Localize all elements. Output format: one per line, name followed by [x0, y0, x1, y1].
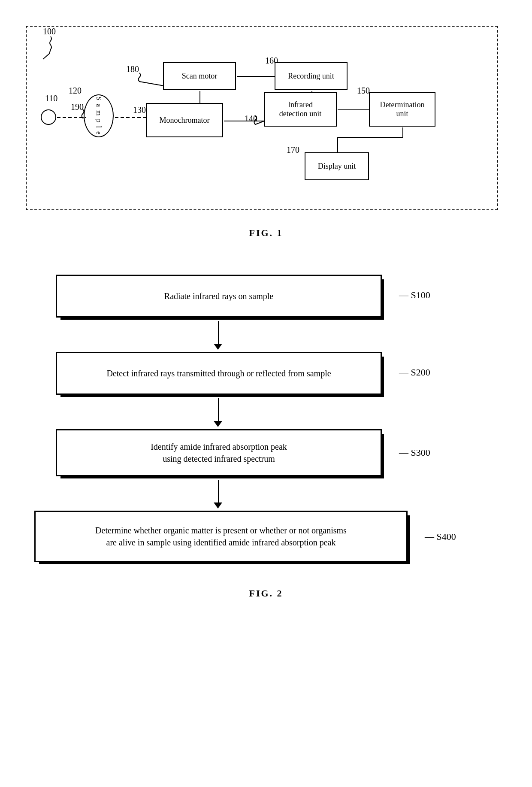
fig2-caption: FIG. 2 [0, 588, 532, 599]
ir-detection-box: Infrared detection unit [264, 92, 337, 127]
recording-unit-label: Recording unit [288, 72, 334, 81]
ir-detection-label: Infrared detection unit [279, 100, 321, 118]
scan-motor-label: Scan motor [182, 72, 218, 81]
step1-text: Radiate infrared rays on sample [164, 290, 273, 302]
step1-box: Radiate infrared rays on sample [56, 275, 382, 318]
arrow3-head [214, 502, 222, 509]
scan-motor-box: Scan motor [163, 62, 236, 90]
display-unit-box: Display unit [305, 152, 369, 180]
ref-140: 140 [245, 114, 257, 124]
ref-180: 180 [126, 64, 139, 74]
determination-label: Determination unit [380, 100, 425, 118]
sample-ellipse: S a m p l e [84, 94, 114, 137]
ir-source [41, 109, 56, 125]
sample-label: S a m p l e [94, 97, 103, 135]
ref-120: 120 [69, 86, 82, 96]
step3-label: — S300 [399, 447, 430, 458]
step3-box: Identify amide infrared absorption peak … [56, 429, 382, 476]
step2-box: Detect infrared rays transmitted through… [56, 352, 382, 395]
ref-170: 170 [287, 145, 299, 155]
arrow2-head [214, 421, 222, 427]
ref-150: 150 [357, 86, 370, 96]
display-unit-label: Display unit [318, 162, 356, 171]
arrow1-shaft [218, 321, 219, 345]
ref-110: 110 [45, 94, 57, 103]
arrow1-head [214, 344, 222, 350]
step1-label: — S100 [399, 290, 430, 301]
step2-label: — S200 [399, 367, 430, 378]
arrow3-shaft [218, 480, 219, 503]
ref-130: 130 [133, 105, 146, 115]
step4-label: — S400 [425, 531, 456, 542]
determination-box: Determination unit [369, 92, 435, 127]
step3-text: Identify amide infrared absorption peak … [151, 441, 287, 465]
fig1-caption: FIG. 1 [0, 227, 532, 239]
monochromator-label: Monochromator [160, 116, 210, 125]
arrow2-shaft [218, 398, 219, 422]
monochromator-box: Monochromator [146, 103, 223, 137]
ref-190: 190 [71, 102, 84, 112]
step4-box: Determine whether organic matter is pres… [34, 511, 408, 562]
step2-text: Detect infrared rays transmitted through… [106, 367, 331, 379]
step4-text: Determine whether organic matter is pres… [95, 524, 347, 548]
recording-unit-box: Recording unit [275, 62, 348, 90]
